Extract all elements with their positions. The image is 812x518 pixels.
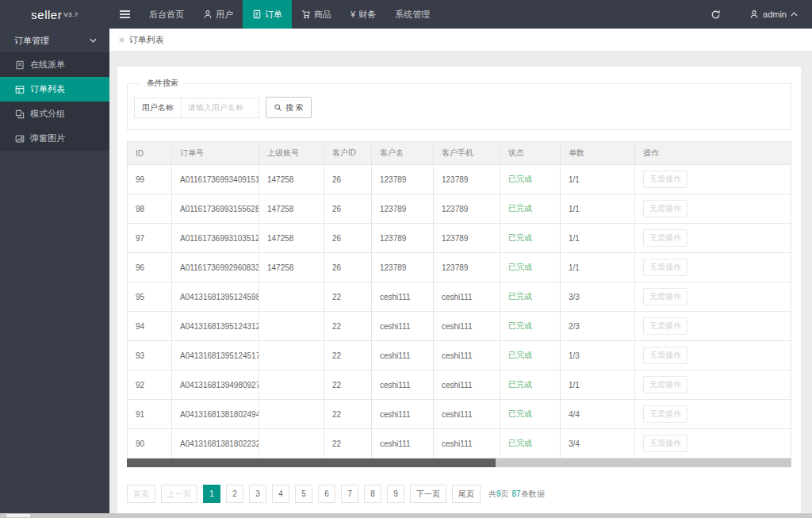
pagination-next-button[interactable]: 下一页 [410,485,446,503]
no-action-button[interactable]: 无需操作 [643,200,688,217]
cell-order-no: A01161736992960833 [172,253,259,282]
pagination-summary: 共9页87条数据 [488,489,545,500]
nav-item-system[interactable]: 系统管理 [385,0,439,29]
pagination-first-button[interactable]: 首页 [127,485,155,503]
nav-item-finance[interactable]: ¥ 财务 [341,0,385,29]
cell-customer-name: ceshi111 [372,429,434,459]
cell-status: 已完成 [500,194,561,224]
sidebar-item-mode-group[interactable]: 模式分组 [0,102,109,126]
no-action-button[interactable]: 无需操作 [643,376,688,393]
col-header-customer-name: 客户名 [372,142,434,165]
pagination-page-9[interactable]: 9 [387,485,404,503]
pagination-page-2[interactable]: 2 [226,485,243,503]
user-menu[interactable]: admin [735,0,812,29]
hamburger-icon [120,9,130,20]
pagination-prev-button[interactable]: 上一页 [161,485,197,503]
no-action-button[interactable]: 无需操作 [643,259,688,276]
nav-item-orders[interactable]: 订单 [243,0,292,29]
cell-customer-phone: ceshi111 [434,429,500,459]
cell-id: 99 [128,165,172,194]
sidebar-item-popup-image[interactable]: 弹窗图片 [0,126,109,151]
cell-customer-name: 123789 [372,253,434,282]
user-avatar-icon [749,10,759,19]
table-row: 95A0413168139512459822ceshi111ceshi111已完… [128,282,791,312]
nav-item-users[interactable]: 用户 [193,0,243,29]
pagination-page-8[interactable]: 8 [364,485,381,503]
user-icon [203,10,213,19]
cell-parent-account [259,400,324,429]
cell-order-no: A04131681394980927 [172,370,259,400]
table-row: 97A0116173699310351214725826123789123789… [128,224,791,253]
breadcrumb: » 订单列表 [109,29,812,51]
window-scrollbar-thumb[interactable] [6,514,30,517]
no-action-button[interactable]: 无需操作 [643,347,688,364]
no-action-button[interactable]: 无需操作 [643,288,688,305]
cell-count: 3/3 [561,282,635,312]
pagination-page-3[interactable]: 3 [249,485,266,503]
sidebar-item-order-list[interactable]: 订单列表 [0,77,109,102]
cell-parent-account [259,282,324,312]
nav-item-dashboard[interactable]: 后台首页 [140,0,193,29]
dispatch-icon [15,60,25,70]
search-legend: 条件搜索 [140,78,185,89]
refresh-icon [710,10,721,20]
cell-actions: 无需操作 [635,429,791,459]
cell-id: 92 [128,370,172,400]
cell-order-no: A04131681395124312 [172,312,259,341]
refresh-button[interactable] [696,0,735,29]
no-action-button[interactable]: 无需操作 [643,171,688,188]
cell-customer-id: 26 [324,194,372,224]
status-badge: 已完成 [508,439,532,447]
search-icon [274,103,282,112]
cell-order-no: A01161736993409151 [172,165,259,194]
app-version: V3.7 [63,11,78,18]
cell-customer-id: 26 [324,253,372,282]
order-list-icon [15,85,25,94]
search-button[interactable]: 搜 索 [266,97,312,118]
cell-customer-name: ceshi111 [372,282,434,312]
pagination-page-1[interactable]: 1 [203,485,220,503]
pagination-page-4[interactable]: 4 [272,485,289,503]
pagination-last-button[interactable]: 尾页 [452,485,481,503]
pagination-page-6[interactable]: 6 [318,485,335,503]
table-header-row: ID 订单号 上级账号 客户ID 客户名 客户手机 状态 单数 操作 [128,142,791,165]
cell-order-no: A04131681395124598 [172,282,259,312]
cell-customer-phone: ceshi111 [434,312,500,341]
pagination-page-5[interactable]: 5 [295,485,312,503]
table-row: 94A0413168139512431222ceshi111ceshi111已完… [128,312,791,341]
no-action-button[interactable]: 无需操作 [643,405,688,423]
sidebar-item-online-dispatch[interactable]: 在线派单 [0,52,109,77]
image-icon [15,134,25,144]
cell-status: 已完成 [500,312,561,341]
table-row: 91A0413168138180249422ceshi111ceshi111已完… [128,400,791,429]
username-search-input[interactable] [182,98,259,118]
breadcrumb-separator: » [119,34,124,45]
nav-item-products[interactable]: 商品 [292,0,341,29]
cell-status: 已完成 [500,341,561,370]
table-row: 92A0413168139498092722ceshi111ceshi111已完… [128,370,791,400]
status-badge: 已完成 [508,233,532,242]
cell-id: 96 [128,253,172,282]
cell-actions: 无需操作 [635,282,791,312]
username: admin [763,10,787,19]
top-nav: 后台首页 用户 订单 商品 ¥ 财务 系统管理 [140,0,439,29]
sidebar-group-order-management[interactable]: 订单管理 [0,29,109,52]
cell-parent-account [259,429,324,459]
scrollbar-thumb[interactable] [127,459,496,467]
window-horizontal-scrollbar[interactable] [0,513,812,518]
cell-parent-account: 147258 [259,253,324,282]
no-action-button[interactable]: 无需操作 [643,229,688,247]
table-horizontal-scrollbar[interactable] [127,459,791,467]
cell-parent-account: 147258 [259,194,324,224]
sidebar-collapse-button[interactable] [109,0,140,29]
cell-parent-account: 147258 [259,224,324,253]
cell-customer-name: 123789 [372,165,434,194]
col-header-parent-account: 上级账号 [259,142,324,165]
no-action-button[interactable]: 无需操作 [643,435,688,452]
no-action-button[interactable]: 无需操作 [643,317,688,335]
pagination-page-7[interactable]: 7 [341,485,358,503]
group-icon [15,109,25,119]
orders-table: ID 订单号 上级账号 客户ID 客户名 客户手机 状态 单数 操作 99A01… [127,141,791,459]
cell-customer-phone: 123789 [434,224,500,253]
breadcrumb-current: 订单列表 [129,34,164,46]
